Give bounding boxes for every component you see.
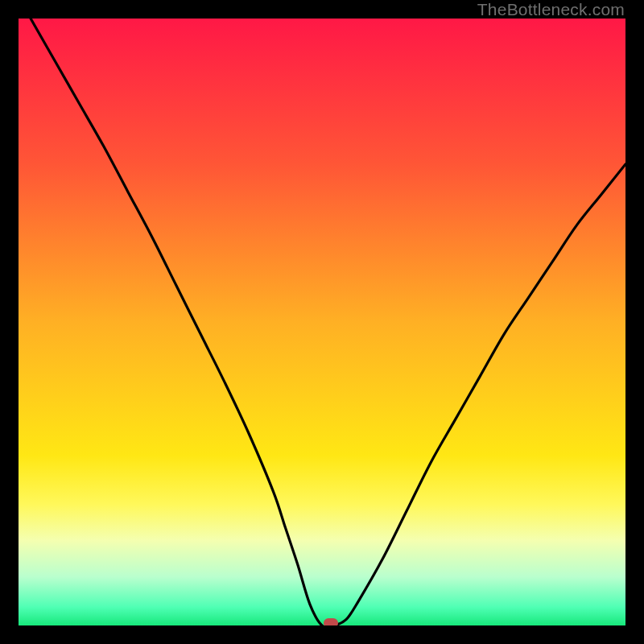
optimal-point-marker — [324, 618, 338, 625]
chart-background-gradient — [19, 19, 625, 625]
chart-plot-area — [19, 19, 625, 625]
chart-svg — [19, 19, 625, 625]
watermark-text: TheBottleneck.com — [477, 0, 625, 19]
chart-frame: TheBottleneck.com — [0, 0, 644, 644]
